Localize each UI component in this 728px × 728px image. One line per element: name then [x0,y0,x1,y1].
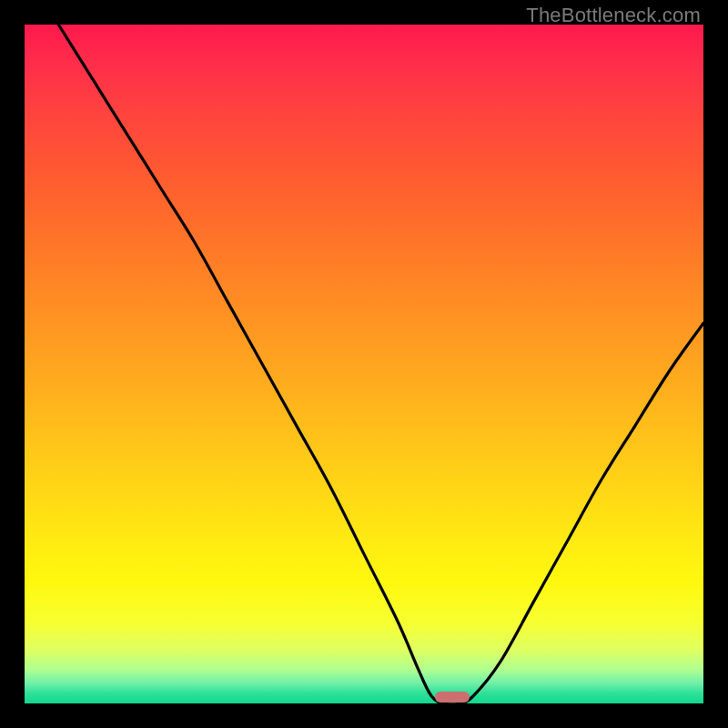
optimal-range-marker [435,692,469,703]
chart-frame: TheBottleneck.com [0,0,728,728]
plot-area [25,25,703,703]
curve-path [25,25,703,703]
bottleneck-curve [25,25,703,703]
